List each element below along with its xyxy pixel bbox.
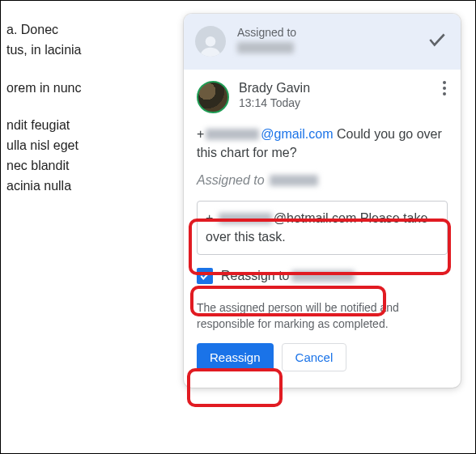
comment-body: +@gmail.com Could you go over this chart… bbox=[197, 125, 448, 162]
reassign-checkbox-row[interactable]: Reassign to bbox=[197, 266, 448, 286]
mention-email[interactable]: @gmail.com bbox=[261, 127, 333, 141]
author-avatar bbox=[197, 81, 229, 113]
reassign-button[interactable]: Reassign bbox=[197, 343, 274, 371]
svg-point-0 bbox=[206, 36, 216, 47]
comment-timestamp: 13:14 Today bbox=[239, 96, 441, 109]
reassign-checkbox[interactable] bbox=[197, 268, 213, 284]
mention-redacted bbox=[206, 129, 259, 140]
reassign-target-redacted bbox=[291, 270, 355, 282]
reply-mention-redacted bbox=[219, 213, 272, 224]
assignee-name-redacted bbox=[237, 42, 294, 53]
reassign-info-text: The assigned person will be notified and… bbox=[197, 300, 448, 332]
reply-input[interactable]: + @hotmail.com Please take over this tas… bbox=[197, 201, 448, 255]
assigned-to-label: Assigned to bbox=[237, 25, 427, 40]
document-body-text: a. Donec tus, in lacinia orem in nunc nd… bbox=[6, 20, 168, 214]
more-options-button[interactable] bbox=[441, 81, 448, 95]
mark-done-button[interactable] bbox=[427, 29, 448, 53]
assigned-name-redacted bbox=[270, 175, 318, 186]
assignment-header: Assigned to bbox=[184, 14, 461, 70]
assigned-to-line: Assigned to bbox=[197, 173, 448, 188]
assignee-avatar-icon bbox=[195, 26, 226, 57]
comment-author: Brady Gavin bbox=[239, 81, 441, 95]
comment-panel: Assigned to Brady Gavin 13:14 Today +@gm… bbox=[184, 14, 461, 388]
reassign-label: Reassign to bbox=[221, 269, 290, 283]
cancel-button[interactable]: Cancel bbox=[282, 343, 347, 371]
